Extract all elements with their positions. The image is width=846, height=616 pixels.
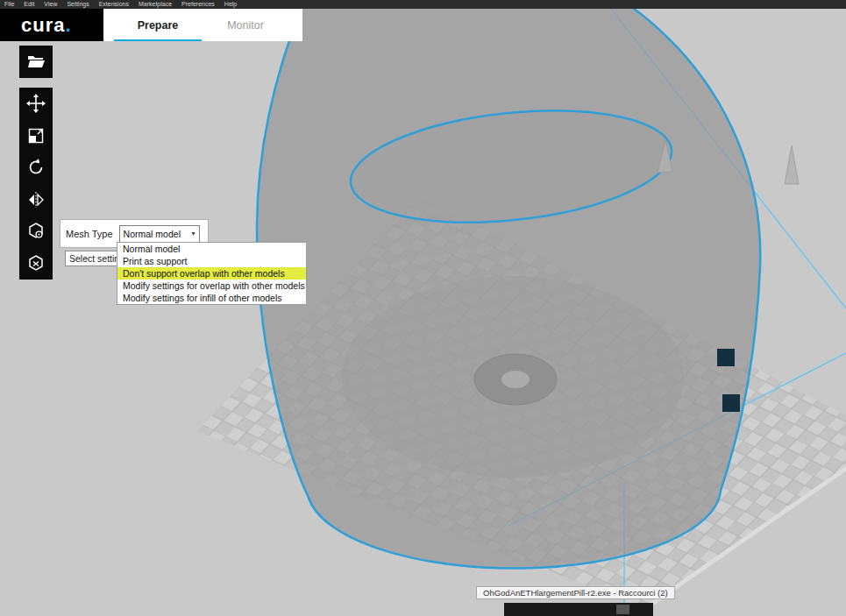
cura-logo: cura: [21, 14, 65, 37]
open-folder-icon: [26, 52, 46, 71]
mesh-type-dropdown-list: Normal model Print as support Don't supp…: [117, 242, 307, 305]
mirror-tool-icon: [26, 190, 46, 209]
mirror-tool-button[interactable]: [19, 184, 53, 216]
dark-marker-square-top: [717, 349, 735, 366]
select-settings-button[interactable]: Select settin: [65, 251, 121, 266]
move-tool-icon: [26, 94, 46, 113]
menu-file[interactable]: File: [4, 0, 14, 9]
dark-marker-square-bottom: [722, 394, 740, 412]
rotate-tool-button[interactable]: [19, 152, 53, 184]
support-blocker-tool-button[interactable]: [19, 248, 53, 280]
tab-prepare[interactable]: Prepare: [114, 9, 202, 41]
menu-bar: File Edit View Settings Extensions Marke…: [0, 0, 846, 9]
dropdown-option-dont-support-overlap[interactable]: Don't support overlap with other models: [117, 267, 306, 280]
mesh-type-dropdown-value: Normal model: [124, 229, 181, 239]
open-file-button[interactable]: [19, 46, 53, 78]
dropdown-option-modify-infill[interactable]: Modify settings for infill of other mode…: [117, 292, 306, 304]
menu-preferences[interactable]: Preferences: [181, 0, 215, 9]
support-blocker-tool-icon: [26, 254, 46, 273]
dropdown-option-normal-model[interactable]: Normal model: [117, 243, 306, 255]
menu-help[interactable]: Help: [224, 0, 237, 9]
move-tool-button[interactable]: [19, 88, 53, 120]
menu-extensions[interactable]: Extensions: [99, 0, 129, 9]
menu-settings[interactable]: Settings: [67, 0, 89, 9]
logo-block: cura.: [0, 9, 103, 41]
viewport-3d: [0, 0, 846, 616]
cura-window: File Edit View Settings Extensions Marke…: [0, 0, 846, 616]
bottom-bar-button: [616, 605, 629, 614]
tab-monitor[interactable]: Monitor: [202, 9, 289, 41]
model-filename-label: OhGodAnETHlargementPill-r2.exe - Raccour…: [476, 586, 675, 599]
scale-tool-icon: [26, 126, 46, 145]
per-model-settings-tool-button[interactable]: [19, 216, 53, 248]
dropdown-option-print-as-support[interactable]: Print as support: [117, 255, 306, 267]
menu-marketplace[interactable]: Marketplace: [139, 0, 172, 9]
mesh-type-dropdown[interactable]: Normal model ▾: [119, 225, 200, 243]
model-bottom-hole: [501, 371, 530, 388]
toolbar-tools: [19, 88, 53, 280]
menu-view[interactable]: View: [44, 0, 57, 9]
per-model-settings-tool-icon: [26, 222, 46, 241]
toolbar-open-file: [19, 46, 53, 78]
scale-tool-button[interactable]: [19, 120, 53, 152]
dropdown-option-modify-overlap[interactable]: Modify settings for overlap with other m…: [117, 280, 306, 292]
menu-edit[interactable]: Edit: [24, 0, 34, 9]
cura-logo-dot: .: [65, 14, 70, 37]
mesh-type-label: Mesh Type: [66, 229, 113, 239]
chevron-down-icon: ▾: [192, 230, 196, 237]
stage-tab-bar: Prepare Monitor: [103, 9, 302, 41]
bottom-dark-bar: [504, 603, 653, 616]
rotate-tool-icon: [26, 158, 46, 177]
